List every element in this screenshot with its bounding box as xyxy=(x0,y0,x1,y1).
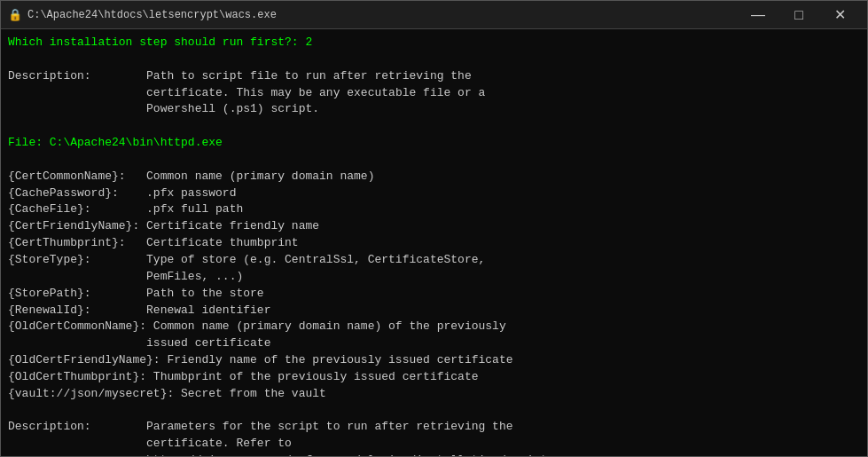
title-bar: 🔒 C:\Apache24\htdocs\letsencrypt\wacs.ex… xyxy=(1,1,867,29)
minimize-button[interactable]: — xyxy=(738,1,778,29)
desc-label-2: Description: Parameters for the script t… xyxy=(8,420,548,456)
maximize-button[interactable]: □ xyxy=(778,1,819,29)
variables-block: {CertCommonName}: Common name (primary d… xyxy=(8,169,513,400)
terminal-window: 🔒 C:\Apache24\htdocs\letsencrypt\wacs.ex… xyxy=(0,0,868,457)
terminal-output[interactable]: Which installation step should run first… xyxy=(1,29,867,456)
title-path: C:\Apache24\htdocs\letsencrypt\wacs.exe xyxy=(27,9,738,21)
prompt-line: Which installation step should run first… xyxy=(8,35,312,49)
close-button[interactable]: ✕ xyxy=(819,1,860,29)
window-controls: — □ ✕ xyxy=(738,1,860,29)
file-line: File: C:\Apache24\bin\httpd.exe xyxy=(8,136,223,149)
desc-label-1: Description: Path to script file to run … xyxy=(8,69,485,116)
lock-icon: 🔒 xyxy=(8,8,22,22)
